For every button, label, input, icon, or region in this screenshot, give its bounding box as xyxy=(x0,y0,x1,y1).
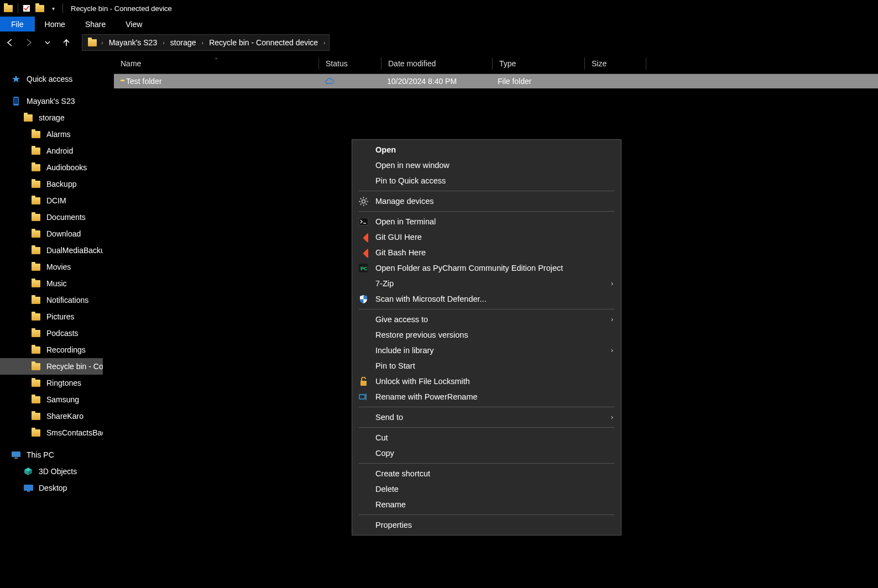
column-name[interactable]: ⌃ Name xyxy=(114,59,318,68)
column-separator[interactable] xyxy=(646,57,646,70)
sidebar-folder[interactable]: DCIM xyxy=(0,192,103,209)
cm-manage-devices[interactable]: Manage devices xyxy=(352,193,621,209)
sidebar-folder[interactable]: SmsContactsBac xyxy=(0,424,103,441)
chevron-right-icon[interactable]: › xyxy=(100,39,104,46)
titlebar-sep2 xyxy=(62,3,63,13)
cm-pin-quick-access[interactable]: Pin to Quick access xyxy=(352,173,621,188)
cm-separator xyxy=(359,407,614,407)
pinned-shortcut-icon[interactable] xyxy=(20,2,33,14)
sidebar-label: storage xyxy=(39,113,65,122)
column-status[interactable]: Status xyxy=(319,59,381,68)
cm-copy[interactable]: Copy xyxy=(352,445,621,461)
sidebar-storage[interactable]: storage xyxy=(0,109,103,126)
breadcrumb-2[interactable]: Recycle bin - Connected device xyxy=(205,38,322,47)
chevron-right-icon[interactable]: › xyxy=(322,39,327,46)
sidebar-device[interactable]: Mayank's S23 xyxy=(0,93,103,109)
folder-icon xyxy=(31,345,41,355)
chevron-right-icon: › xyxy=(611,413,613,421)
cm-git-gui[interactable]: Git GUI Here xyxy=(352,229,621,245)
cm-powerrename[interactable]: Rename with PowerRename xyxy=(352,389,621,405)
cm-send-to[interactable]: Send to › xyxy=(352,410,621,425)
sidebar-label: Samsung xyxy=(46,395,79,404)
folder-icon xyxy=(31,361,41,371)
svg-line-15 xyxy=(360,203,361,204)
sidebar-folder[interactable]: Download xyxy=(0,225,103,242)
tab-home[interactable]: Home xyxy=(35,17,75,32)
sidebar-folder[interactable]: Music xyxy=(0,275,103,292)
cm-7zip[interactable]: 7-Zip › xyxy=(352,276,621,291)
cm-create-shortcut[interactable]: Create shortcut xyxy=(352,466,621,481)
sidebar-folder[interactable]: Backupp xyxy=(0,176,103,192)
sidebar-quick-access[interactable]: Quick access xyxy=(0,71,103,87)
sidebar-folder[interactable]: Ringtones xyxy=(0,375,103,391)
cm-defender[interactable]: Scan with Microsoft Defender... xyxy=(352,291,621,307)
sidebar-folder[interactable]: Notifications xyxy=(0,292,103,308)
file-type: File folder xyxy=(491,77,583,86)
navigation-bar: › Mayank's S23 › storage › Recycle bin -… xyxy=(0,32,878,53)
up-button[interactable] xyxy=(60,36,73,49)
sidebar-desktop[interactable]: Desktop xyxy=(0,480,103,496)
cm-properties[interactable]: Properties xyxy=(352,517,621,533)
cm-delete[interactable]: Delete xyxy=(352,481,621,497)
main-area: Quick access Mayank's S23 storage Alarms… xyxy=(0,53,878,588)
file-date: 10/20/2024 8:40 PM xyxy=(380,77,491,86)
chevron-right-icon[interactable]: › xyxy=(161,39,166,46)
sidebar-label: 3D Objects xyxy=(39,467,77,476)
column-date[interactable]: Date modified xyxy=(381,59,492,68)
desktop-icon xyxy=(23,483,33,493)
sidebar-this-pc[interactable]: This PC xyxy=(0,447,103,463)
cm-pin-start[interactable]: Pin to Start xyxy=(352,358,621,374)
qat-dropdown-icon[interactable]: ▾ xyxy=(47,2,59,14)
sidebar-folder[interactable]: Recordings xyxy=(0,342,103,358)
ribbon-tabs: File Home Share View xyxy=(0,17,878,32)
svg-rect-5 xyxy=(24,485,33,491)
sidebar-folder[interactable]: Movies xyxy=(0,259,103,275)
sidebar-folder[interactable]: Documents xyxy=(0,209,103,225)
tab-view[interactable]: View xyxy=(116,17,152,32)
tab-file[interactable]: File xyxy=(0,17,35,32)
folder-icon xyxy=(31,395,41,405)
svg-rect-3 xyxy=(12,452,20,457)
cm-pycharm[interactable]: PC Open Folder as PyCharm Community Edit… xyxy=(352,260,621,276)
cm-include-library[interactable]: Include in library › xyxy=(352,343,621,358)
sidebar-3d-objects[interactable]: 3D Objects xyxy=(0,463,103,480)
svg-line-13 xyxy=(365,203,367,204)
cm-open-terminal[interactable]: Open in Terminal xyxy=(352,214,621,229)
sidebar-folder[interactable]: Samsung xyxy=(0,391,103,408)
svg-text:PC: PC xyxy=(360,266,368,271)
forward-button[interactable] xyxy=(22,36,35,49)
cm-cut[interactable]: Cut xyxy=(352,430,621,445)
cm-rename[interactable]: Rename xyxy=(352,497,621,512)
column-type[interactable]: Type xyxy=(493,59,584,68)
context-menu: Open Open in new window Pin to Quick acc… xyxy=(352,139,621,536)
file-row[interactable]: Test folder 10/20/2024 8:40 PM File fold… xyxy=(114,74,878,88)
sidebar-folder[interactable]: Android xyxy=(0,143,103,159)
svg-line-12 xyxy=(360,198,361,199)
tab-share[interactable]: Share xyxy=(75,17,116,32)
sidebar-label: Podcasts xyxy=(46,329,79,338)
breadcrumb-1[interactable]: storage xyxy=(166,38,201,47)
back-button[interactable] xyxy=(3,36,17,49)
cm-separator xyxy=(359,427,614,428)
sidebar-folder[interactable]: DualMediaBacku xyxy=(0,242,103,259)
cm-unlock-locksmith[interactable]: Unlock with File Locksmith xyxy=(352,374,621,389)
cm-restore-previous[interactable]: Restore previous versions xyxy=(352,327,621,343)
sidebar-folder[interactable]: Alarms xyxy=(0,126,103,143)
cm-open-new-window[interactable]: Open in new window xyxy=(352,158,621,173)
sidebar-folder[interactable]: Audiobooks xyxy=(0,159,103,176)
sidebar-folder[interactable]: ShareKaro xyxy=(0,408,103,424)
cm-give-access[interactable]: Give access to › xyxy=(352,312,621,327)
navigation-pane: Quick access Mayank's S23 storage Alarms… xyxy=(0,53,103,588)
recent-dropdown-icon[interactable] xyxy=(41,36,54,49)
cm-label: Include in library xyxy=(375,346,434,355)
chevron-right-icon[interactable]: › xyxy=(201,39,205,46)
cm-open[interactable]: Open xyxy=(352,142,621,158)
sidebar-folder[interactable]: Pictures xyxy=(0,308,103,325)
cm-git-bash[interactable]: Git Bash Here xyxy=(352,245,621,260)
sidebar-folder[interactable]: Recycle bin - Con xyxy=(0,358,103,375)
column-size[interactable]: Size xyxy=(585,59,646,68)
sidebar-folder[interactable]: Podcasts xyxy=(0,325,103,342)
address-bar[interactable]: › Mayank's S23 › storage › Recycle bin -… xyxy=(82,34,330,51)
terminal-icon xyxy=(358,216,369,227)
breadcrumb-0[interactable]: Mayank's S23 xyxy=(104,38,162,47)
